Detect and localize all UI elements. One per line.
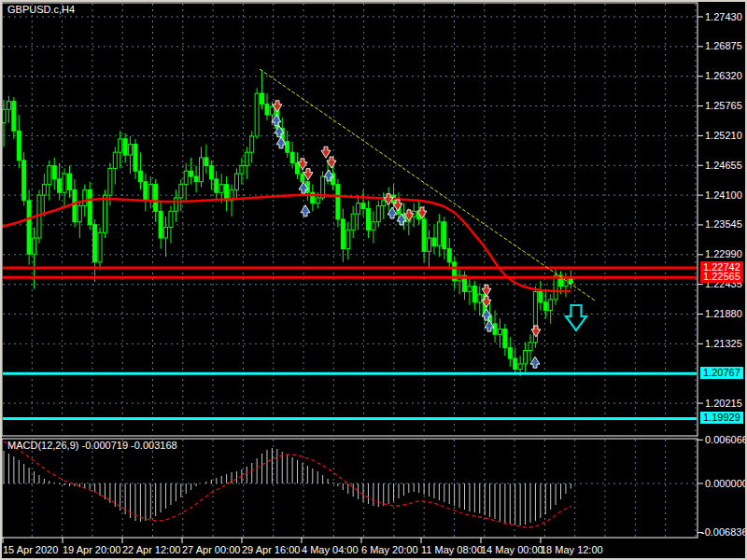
time-tick-label: 14 May 00:00	[481, 544, 543, 556]
buy-arrow-icon	[301, 205, 310, 217]
sell-arrow-icon	[321, 147, 331, 158]
price-tick-label: 1.21880	[705, 308, 742, 320]
price-tick-label: 1.25765	[705, 100, 742, 112]
price-level-badge: 1.19929	[700, 412, 743, 424]
macd-indicator-label: MACD(12,26,9) -0.000719 -0.003168	[7, 440, 177, 452]
macd-name: MACD(12,26,9)	[7, 440, 78, 451]
time-tick-label: 15 Apr 2020	[3, 544, 58, 556]
horizontal-lines[interactable]	[3, 268, 697, 418]
grid	[3, 4, 697, 537]
big-down-arrow-icon[interactable]	[566, 305, 586, 330]
time-tick-label: 4 May 04:00	[302, 544, 359, 556]
panel-borders	[2, 3, 698, 538]
indicator-tick-label: 0.000000	[705, 478, 747, 490]
price-tick-label: 1.25210	[705, 130, 742, 142]
price-tick-label: 1.21325	[705, 338, 742, 350]
price-level-badge: 1.20767	[700, 367, 743, 379]
price-tick-label: 1.22990	[705, 248, 742, 260]
indicator-tick-label: 0.006066	[705, 434, 747, 446]
buy-arrow-icon	[485, 320, 494, 331]
indicator-scale[interactable]: 0.0060660.000000-0.006836	[698, 429, 747, 551]
sell-arrow-icon	[531, 326, 541, 337]
price-tick-label: 1.26875	[705, 40, 742, 52]
macd-histogram	[4, 448, 571, 525]
price-tick-label: 1.26320	[705, 70, 742, 82]
time-scale[interactable]: 15 Apr 202019 Apr 20:0022 Apr 12:0027 Ap…	[0, 539, 698, 556]
time-tick-label: 18 May 12:00	[541, 544, 603, 556]
price-tick-label: 1.27430	[705, 11, 742, 23]
mt4-chart-window: GBPUSD.c,H4 MACD(12,26,9) -0.000719 -0.0…	[0, 0, 747, 560]
sell-arrow-icon	[303, 169, 313, 180]
price-tick-label: 1.24655	[705, 160, 742, 172]
time-tick-label: 19 Apr 20:00	[63, 544, 120, 556]
macd-signal-line	[4, 441, 571, 527]
time-tick-label: 6 May 20:00	[361, 544, 418, 556]
price-level-badge: 1.22565	[700, 271, 743, 283]
macd-signal-value: -0.003168	[131, 440, 177, 451]
time-tick-label: 11 May 08:00	[421, 544, 483, 556]
chart-canvas[interactable]	[0, 0, 747, 560]
macd-main-value: -0.000719	[81, 440, 128, 451]
symbol-timeframe-label: GBPUSD.c,H4	[7, 4, 75, 16]
price-tick-label: 1.23545	[705, 218, 742, 231]
time-tick-label: 29 Apr 16:00	[242, 544, 300, 556]
price-tick-label: 1.20215	[705, 398, 742, 410]
scale-ticks	[3, 17, 703, 543]
time-tick-label: 27 Apr 00:00	[182, 544, 240, 556]
buy-arrow-icon	[530, 357, 540, 368]
time-tick-label: 22 Apr 12:00	[122, 544, 180, 556]
price-tick-label: 1.24100	[705, 189, 742, 202]
indicator-tick-label: -0.006836	[701, 526, 747, 539]
